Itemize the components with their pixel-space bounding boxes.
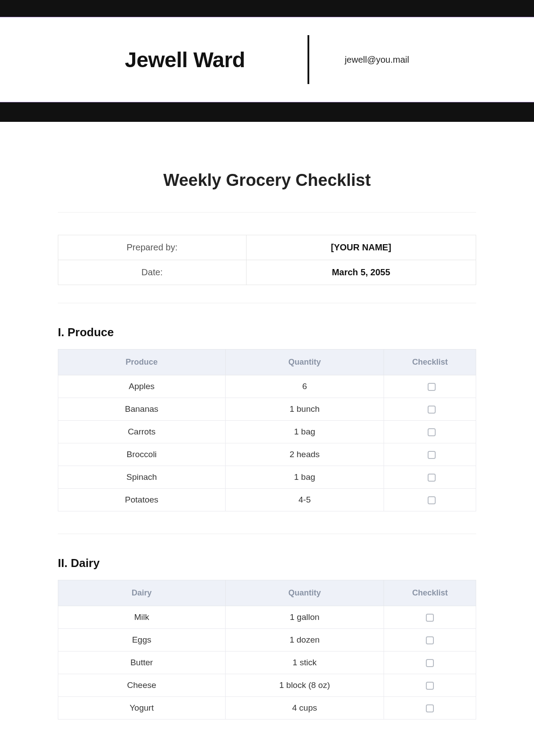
table-row: Apples 6 [58,375,476,398]
produce-qty: 2 heads [225,443,384,466]
checkbox[interactable] [426,659,434,667]
dairy-item: Eggs [58,629,226,651]
produce-item: Potatoes [58,489,226,511]
checkbox[interactable] [426,636,434,644]
content: Weekly Grocery Checklist Prepared by: [Y… [53,171,481,746]
table-row: Butter 1 stick [58,651,476,674]
meta-divider [58,303,476,303]
table-row: Bananas 1 bunch [58,398,476,421]
dairy-qty: 1 stick [225,651,384,674]
page-title: Weekly Grocery Checklist [58,171,476,190]
checkbox[interactable] [428,496,436,504]
dairy-item: Milk [58,606,226,629]
header-bottom-bar [0,102,534,122]
table-row: Spinach 1 bag [58,466,476,489]
dairy-col-qty: Quantity [225,580,384,606]
table-row: Milk 1 gallon [58,606,476,629]
top-bar-black [0,0,534,17]
dairy-item: Cheese [58,674,226,697]
checkbox[interactable] [428,406,436,414]
table-row: Potatoes 4-5 [58,489,476,511]
checkbox[interactable] [428,474,436,482]
person-name: Jewell Ward [125,48,307,72]
dairy-qty: 1 dozen [225,629,384,651]
meta-row-date: Date: March 5, 2055 [58,260,476,285]
produce-item: Bananas [58,398,226,421]
table-row: Yogurt 4 cups [58,697,476,720]
produce-item: Carrots [58,421,226,443]
produce-item: Spinach [58,466,226,489]
header: Jewell Ward jewell@you.mail [0,17,534,102]
produce-table: Produce Quantity Checklist Apples 6 Bana… [58,349,476,511]
checkbox[interactable] [428,383,436,391]
produce-item: Broccoli [58,443,226,466]
section-heading-dairy: II. Dairy [58,556,476,570]
dairy-item: Butter [58,651,226,674]
meta-prepared-by-value: [YOUR NAME] [246,235,476,260]
title-divider [58,212,476,213]
person-email: jewell@you.mail [309,55,409,65]
dairy-table: Dairy Quantity Checklist Milk 1 gallon E… [58,580,476,720]
table-row: Eggs 1 dozen [58,629,476,651]
dairy-qty: 1 block (8 oz) [225,674,384,697]
table-row: Broccoli 2 heads [58,443,476,466]
meta-date-value: March 5, 2055 [246,260,476,285]
meta-row-prepared-by: Prepared by: [YOUR NAME] [58,235,476,260]
dairy-qty: 4 cups [225,697,384,720]
section-heading-produce: I. Produce [58,326,476,339]
produce-col-qty: Quantity [225,350,384,375]
produce-qty: 4-5 [225,489,384,511]
produce-qty: 1 bunch [225,398,384,421]
checkbox[interactable] [426,682,434,690]
checkbox[interactable] [428,428,436,436]
section-divider [58,534,476,534]
table-row: Cheese 1 block (8 oz) [58,674,476,697]
produce-qty: 1 bag [225,421,384,443]
produce-qty: 6 [225,375,384,398]
produce-qty: 1 bag [225,466,384,489]
produce-col-item: Produce [58,350,226,375]
checkbox[interactable] [426,704,434,712]
checkbox[interactable] [426,614,434,622]
produce-item: Apples [58,375,226,398]
dairy-item: Yogurt [58,697,226,720]
table-row: Carrots 1 bag [58,421,476,443]
meta-prepared-by-label: Prepared by: [58,235,247,260]
meta-table: Prepared by: [YOUR NAME] Date: March 5, … [58,235,476,285]
dairy-col-chk: Checklist [384,580,476,606]
meta-date-label: Date: [58,260,247,285]
dairy-qty: 1 gallon [225,606,384,629]
checkbox[interactable] [428,451,436,459]
produce-col-chk: Checklist [384,350,476,375]
dairy-col-item: Dairy [58,580,226,606]
